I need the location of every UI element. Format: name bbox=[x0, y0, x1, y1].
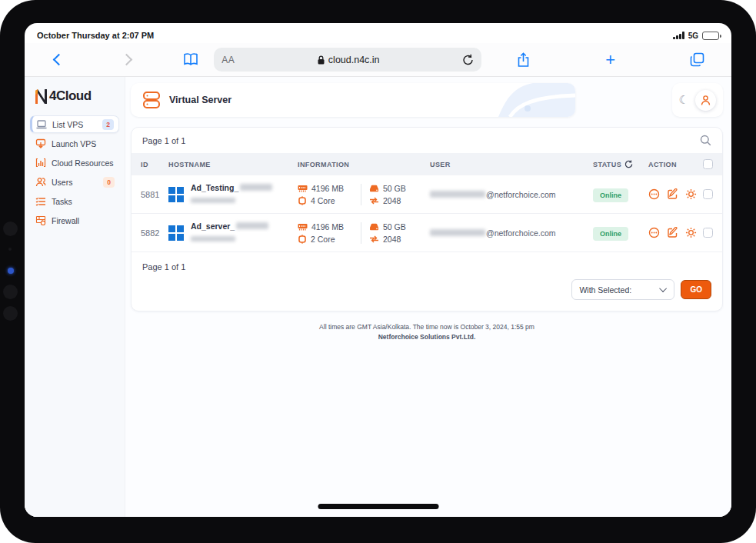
firewall-icon bbox=[35, 215, 46, 226]
vps-disk: 50 GB bbox=[383, 222, 406, 232]
sidebar-item-cloud-resources[interactable]: Cloud Resources bbox=[30, 154, 119, 172]
redacted-user-name bbox=[430, 191, 485, 198]
share-button[interactable] bbox=[515, 48, 531, 72]
redacted-hostname-suffix bbox=[236, 222, 268, 229]
logo-mark-icon bbox=[33, 88, 48, 105]
tabs-button[interactable] bbox=[689, 48, 705, 72]
vps-cpu: 4 Core bbox=[311, 196, 335, 205]
bezel-camera-dot bbox=[3, 306, 18, 321]
status-datetime: October Thursday at 2:07 PM bbox=[37, 31, 154, 40]
status-bar: October Thursday at 2:07 PM 5G bbox=[25, 23, 731, 43]
forward-button[interactable] bbox=[118, 48, 134, 72]
logo-text: 4Cloud bbox=[49, 88, 92, 104]
screen: October Thursday at 2:07 PM 5G AA bbox=[25, 23, 731, 517]
vps-user: @netforchoice.com bbox=[430, 190, 593, 199]
edit-icon[interactable] bbox=[667, 227, 678, 238]
users-count-badge: 0 bbox=[103, 177, 115, 188]
pagination-bottom: Page 1 of 1 bbox=[142, 262, 185, 272]
laptop-icon bbox=[35, 118, 47, 130]
redacted-ip-address bbox=[191, 236, 235, 242]
table-header-row: ID HOSTNAME INFORMATION USER STATUS ACTI… bbox=[132, 153, 722, 175]
sidebar: 4Cloud List VPS 2 Launch VPS bbox=[25, 77, 125, 517]
user-icon bbox=[700, 95, 711, 106]
col-information: INFORMATION bbox=[298, 161, 430, 168]
vps-table-card: Page 1 of 1 ID HOSTNAME INFORMATION USER… bbox=[131, 127, 723, 311]
disk-icon bbox=[369, 185, 379, 192]
home-indicator[interactable] bbox=[318, 504, 438, 509]
dark-mode-toggle[interactable]: ☾ bbox=[679, 93, 689, 107]
bezel-camera-dot bbox=[3, 222, 18, 236]
console-icon[interactable] bbox=[648, 227, 660, 238]
decorative-sketch bbox=[475, 83, 575, 117]
app-logo[interactable]: 4Cloud bbox=[30, 86, 119, 115]
console-icon[interactable] bbox=[648, 188, 660, 200]
share-icon bbox=[517, 52, 530, 68]
search-icon[interactable] bbox=[700, 135, 711, 146]
vps-ram: 4196 MB bbox=[311, 184, 344, 193]
bookmarks-button[interactable] bbox=[182, 48, 198, 72]
sidebar-item-launch-vps[interactable]: Launch VPS bbox=[30, 135, 119, 152]
select-all-checkbox[interactable] bbox=[703, 159, 713, 169]
disk-icon bbox=[369, 223, 379, 231]
back-button[interactable] bbox=[51, 48, 67, 72]
sidebar-item-tasks[interactable]: Tasks bbox=[30, 192, 119, 210]
redacted-ip-address bbox=[191, 198, 235, 203]
bezel-camera-led bbox=[8, 268, 14, 274]
new-tab-button[interactable]: + bbox=[602, 48, 618, 72]
windows-os-icon bbox=[168, 187, 184, 202]
with-selected-dropdown[interactable]: With Selected: bbox=[571, 279, 674, 300]
sidebar-item-list-vps[interactable]: List VPS 2 bbox=[30, 115, 119, 133]
col-id: ID bbox=[141, 161, 168, 168]
cpu-icon bbox=[298, 196, 307, 205]
cpu-icon bbox=[298, 235, 307, 244]
bezel-camera-dot bbox=[3, 285, 18, 299]
chevron-down-icon bbox=[660, 285, 668, 292]
footer-time-note: All times are GMT Asia/Kolkata. The time… bbox=[131, 322, 723, 332]
tasks-list-icon bbox=[35, 195, 46, 207]
tablet-frame: October Thursday at 2:07 PM 5G AA bbox=[0, 0, 756, 543]
status-badge: Online bbox=[593, 227, 628, 241]
vps-id: 5882 bbox=[141, 228, 168, 238]
bezel-sensor-dot bbox=[8, 248, 12, 251]
refresh-icon[interactable] bbox=[624, 160, 633, 168]
row-checkbox[interactable] bbox=[703, 189, 713, 199]
reload-button[interactable] bbox=[462, 54, 474, 66]
edit-icon[interactable] bbox=[667, 188, 678, 200]
status-badge: Online bbox=[593, 188, 628, 202]
col-action: ACTION bbox=[648, 161, 699, 168]
sidebar-item-firewall[interactable]: Firewall bbox=[30, 212, 119, 229]
sidebar-item-label: Users bbox=[52, 178, 98, 187]
go-button[interactable]: GO bbox=[681, 280, 711, 299]
page-header-card: Virtual Server bbox=[131, 83, 575, 117]
row-checkbox[interactable] bbox=[703, 228, 713, 238]
user-menu-button[interactable] bbox=[695, 90, 716, 111]
reader-button[interactable]: AA bbox=[221, 55, 235, 65]
windows-os-icon bbox=[168, 225, 184, 241]
book-icon bbox=[183, 53, 198, 66]
header-row: Virtual Server ☾ bbox=[131, 83, 723, 117]
url-text: cloud.n4c.in bbox=[328, 55, 380, 65]
users-icon bbox=[35, 176, 46, 188]
address-bar[interactable]: AA cloud.n4c.in bbox=[214, 48, 481, 72]
pagination-top: Page 1 of 1 bbox=[142, 136, 185, 145]
bar-chart-icon bbox=[35, 157, 46, 168]
battery-icon bbox=[702, 32, 719, 40]
tabs-icon bbox=[690, 52, 704, 67]
footer-company: Netforchoice Solutions Pvt.Ltd. bbox=[131, 332, 723, 342]
page-title: Virtual Server bbox=[169, 95, 231, 105]
vps-disk: 50 GB bbox=[383, 184, 406, 193]
row-actions bbox=[648, 188, 699, 200]
plus-icon: + bbox=[605, 52, 615, 68]
signal-icon bbox=[673, 32, 684, 39]
settings-gear-icon[interactable] bbox=[685, 227, 697, 238]
bandwidth-icon bbox=[369, 235, 379, 243]
sidebar-item-label: List VPS bbox=[52, 120, 97, 129]
sidebar-item-users[interactable]: Users 0 bbox=[30, 173, 119, 191]
vps-hostname: Ad_Testing_ bbox=[191, 183, 272, 192]
bulk-action-bar: With Selected: GO bbox=[132, 276, 722, 311]
vps-id: 5881 bbox=[141, 190, 168, 199]
ram-icon bbox=[298, 223, 308, 231]
site-footer: All times are GMT Asia/Kolkata. The time… bbox=[131, 322, 723, 342]
bandwidth-icon bbox=[369, 197, 379, 205]
settings-gear-icon[interactable] bbox=[685, 188, 697, 200]
